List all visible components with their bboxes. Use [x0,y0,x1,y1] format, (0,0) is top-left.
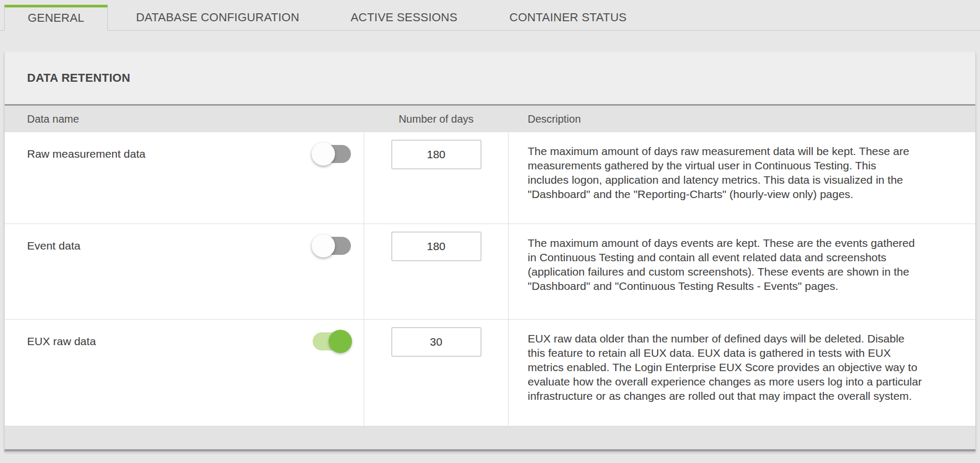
event-data-toggle[interactable] [313,237,351,255]
table-header-row: Data name Number of days Description [5,104,975,132]
column-header-description: Description [509,113,975,125]
tab-general-label: GENERAL [28,11,84,25]
event-data-days-input[interactable] [391,231,482,261]
data-retention-card: DATA RETENTION Data name Number of days … [4,52,976,451]
tab-database-configuration[interactable]: DATABASE CONFIGURATION [108,5,328,30]
row-description: EUX raw data older than the number of de… [509,320,975,426]
tab-active-sessions[interactable]: ACTIVE SESSIONS [328,5,480,30]
row-label: EUX raw data [27,335,96,348]
table-row-raw-measurement-data: Raw measurement data The maximum amount … [5,132,975,224]
column-header-number-of-days: Number of days [364,113,509,125]
card-footer [5,426,975,449]
table-row-event-data: Event data The maximum amount of days ev… [5,224,975,319]
row-description: The maximum amount of days raw measureme… [509,132,975,224]
tab-container-status-label: CONTAINER STATUS [510,11,627,24]
cell-data-name: EUX raw data [5,320,364,426]
table-row-eux-raw-data: EUX raw data EUX raw data older than the… [5,319,975,426]
tab-general[interactable]: GENERAL [4,5,108,31]
tab-container-status[interactable]: CONTAINER STATUS [480,5,656,30]
toggle-knob [312,142,335,166]
cell-number-of-days [364,224,509,319]
tab-bar: GENERAL DATABASE CONFIGURATION ACTIVE SE… [0,5,980,31]
cell-number-of-days [364,132,509,224]
row-label: Event data [27,239,80,253]
eux-raw-data-days-input[interactable] [391,327,482,357]
tab-database-configuration-label: DATABASE CONFIGURATION [136,11,299,24]
tab-active-sessions-label: ACTIVE SESSIONS [350,11,457,24]
section-header: DATA RETENTION [5,52,975,104]
row-description: The maximum amount of days events are ke… [509,224,975,319]
raw-measurement-data-toggle[interactable] [313,145,351,163]
section-title: DATA RETENTION [27,71,130,85]
row-label: Raw measurement data [27,147,145,161]
cell-data-name: Raw measurement data [5,132,364,224]
cell-number-of-days [364,320,509,426]
toggle-knob [312,234,335,258]
raw-measurement-days-input[interactable] [391,140,482,169]
column-header-data-name: Data name [5,113,364,125]
cell-data-name: Event data [5,224,364,319]
toggle-knob [329,330,352,353]
eux-raw-data-toggle[interactable] [313,332,351,350]
